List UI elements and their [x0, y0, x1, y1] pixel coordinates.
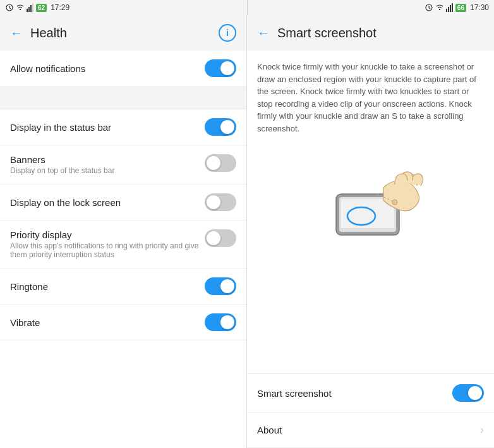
toggle-thumb: [207, 156, 220, 170]
right-header: ← Smart screenshot: [247, 15, 494, 51]
left-time: 17:29: [51, 3, 69, 12]
chevron-right-icon: ›: [480, 423, 484, 437]
svg-rect-14: [450, 5, 451, 12]
wifi-icon-right: [435, 3, 444, 12]
alarm-icon-right: [425, 3, 433, 12]
right-content: Knock twice firmly with your knuckle to …: [247, 51, 494, 373]
section-divider: [0, 87, 246, 109]
toggle-thumb: [207, 231, 220, 245]
left-panel: ← Health i Allow notifications: [0, 15, 247, 448]
ringtone-toggle[interactable]: [205, 277, 236, 295]
info-button[interactable]: i: [219, 24, 236, 42]
left-settings-list: Allow notifications Display in the statu…: [0, 51, 246, 448]
about-item[interactable]: About ›: [247, 413, 494, 448]
ringtone-label: Ringtone: [10, 281, 205, 292]
banners-label: Banners: [10, 154, 205, 165]
svg-rect-13: [448, 7, 449, 12]
signal-icon-right: [446, 3, 454, 12]
toggle-thumb: [220, 279, 234, 293]
vibrate-item[interactable]: Vibrate: [0, 305, 246, 341]
about-label: About: [257, 425, 480, 435]
svg-rect-12: [446, 9, 447, 12]
vibrate-label: Vibrate: [10, 317, 205, 328]
priority-display-item[interactable]: Priority display Allow this app's notifi…: [0, 221, 246, 269]
display-status-bar-item[interactable]: Display in the status bar: [0, 109, 246, 145]
toggle-track: [452, 384, 484, 402]
toggle-track: [205, 118, 236, 136]
svg-point-3: [20, 9, 21, 10]
display-status-bar-text: Display in the status bar: [10, 122, 205, 133]
display-status-bar-label: Display in the status bar: [10, 122, 205, 133]
status-bar-left: 62 17:29: [0, 0, 247, 15]
left-status-icons: 62 17:29: [5, 3, 69, 12]
banners-toggle[interactable]: [205, 154, 236, 172]
ringtone-item[interactable]: Ringtone: [0, 269, 246, 305]
allow-notifications-label: Allow notifications: [10, 63, 205, 74]
right-panel: ← Smart screenshot Knock twice firmly wi…: [247, 15, 494, 448]
alarm-icon: [5, 3, 14, 12]
battery-indicator-left: 62: [36, 4, 47, 12]
ringtone-text: Ringtone: [10, 281, 205, 292]
right-time: 17:30: [470, 3, 489, 12]
lock-screen-label: Display on the lock screen: [10, 197, 205, 208]
smart-screenshot-label: Smart screenshot: [257, 388, 452, 399]
toggle-thumb: [220, 315, 234, 329]
wifi-icon-left: [16, 3, 25, 12]
display-status-bar-toggle[interactable]: [205, 118, 236, 136]
toggle-thumb: [207, 195, 220, 209]
allow-notifications-toggle[interactable]: [205, 59, 236, 77]
toggle-track: [205, 277, 236, 295]
right-panel-title: Smart screenshot: [277, 26, 484, 40]
status-bar-right: 66 17:30: [248, 0, 495, 15]
signal-icon-left: [27, 3, 34, 12]
toggle-track: [205, 193, 236, 211]
svg-rect-5: [28, 7, 30, 12]
right-status-icons: 66 17:30: [425, 3, 489, 12]
smart-screenshot-toggle[interactable]: [452, 384, 484, 402]
left-header: ← Health i: [0, 15, 246, 51]
toggle-track: [205, 59, 236, 77]
lock-screen-item[interactable]: Display on the lock screen: [0, 185, 246, 221]
svg-rect-15: [452, 3, 453, 12]
priority-display-sublabel: Allow this app's notifications to ring w…: [10, 241, 205, 259]
priority-display-text: Priority display Allow this app's notifi…: [10, 229, 205, 259]
vibrate-toggle[interactable]: [205, 313, 236, 331]
svg-rect-7: [32, 3, 33, 12]
banners-sublabel: Display on top of the status bar: [10, 166, 205, 175]
vibrate-text: Vibrate: [10, 317, 205, 328]
banners-item[interactable]: Banners Display on top of the status bar: [0, 145, 246, 185]
toggle-track: [205, 154, 236, 172]
toggle-thumb: [220, 61, 234, 75]
allow-notifications-item[interactable]: Allow notifications: [0, 51, 246, 87]
toggle-thumb: [220, 120, 234, 134]
svg-line-10: [429, 8, 430, 9]
toggle-thumb: [468, 386, 482, 400]
left-panel-title: Health: [30, 26, 219, 40]
toggle-track: [205, 229, 236, 247]
description-text: Knock twice firmly with your knuckle to …: [257, 61, 484, 135]
lock-screen-toggle[interactable]: [205, 193, 236, 211]
banners-text: Banners Display on top of the status bar: [10, 154, 205, 175]
priority-display-toggle[interactable]: [205, 229, 236, 247]
priority-display-label: Priority display: [10, 229, 205, 240]
smart-screenshot-item[interactable]: Smart screenshot: [247, 374, 494, 413]
svg-point-11: [439, 9, 440, 10]
illustration-container: [257, 145, 484, 271]
svg-line-2: [9, 8, 11, 9]
battery-indicator-right: 66: [455, 4, 466, 12]
lock-screen-text: Display on the lock screen: [10, 197, 205, 208]
back-button-left[interactable]: ←: [10, 26, 23, 40]
svg-rect-6: [30, 5, 32, 12]
toggle-track: [205, 313, 236, 331]
right-settings-list: Smart screenshot About ›: [247, 373, 494, 448]
main-panels: ← Health i Allow notifications: [0, 15, 494, 448]
screenshot-illustration: [301, 153, 440, 263]
svg-rect-4: [27, 9, 28, 12]
allow-notifications-text: Allow notifications: [10, 63, 205, 74]
back-button-right[interactable]: ←: [257, 26, 270, 40]
status-bar: 62 17:29 66 17:30: [0, 0, 494, 15]
